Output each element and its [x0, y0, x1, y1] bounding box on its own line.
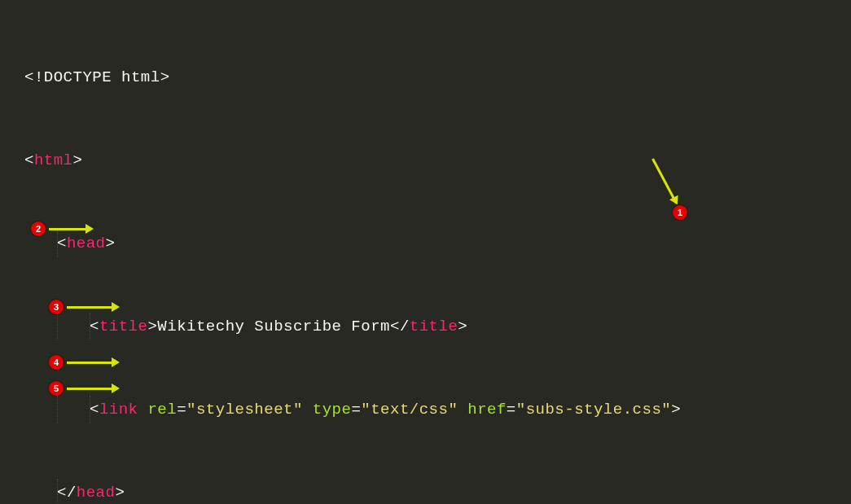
code-line: <html>	[24, 147, 851, 174]
code-line: <link rel="stylesheet" type="text/css" h…	[24, 396, 851, 423]
code-line: <!DOCTYPE html>	[24, 64, 851, 91]
code-editor: <!DOCTYPE html> <html> <head> <title>Wik…	[0, 0, 851, 504]
code-line: <title>Wikitechy Subscribe Form</title>	[24, 313, 851, 340]
annotation-badge-5: 5	[49, 381, 64, 396]
annotation-badge-4: 4	[49, 355, 64, 370]
annotation-badge-2: 2	[31, 221, 46, 236]
code-line: </head>	[24, 479, 851, 504]
annotation-badge-3: 3	[49, 300, 64, 314]
code-line: <head>	[24, 230, 851, 257]
annotation-badge-1: 1	[673, 205, 687, 220]
